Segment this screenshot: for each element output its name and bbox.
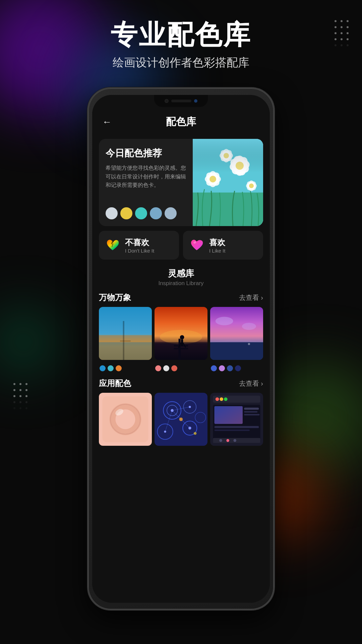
dislike-icon: [104, 237, 121, 254]
daily-card-title: 今日配色推荐: [106, 147, 186, 160]
svg-point-59: [188, 427, 191, 429]
category-1-header: 万物万象 去查看 ›: [99, 292, 263, 303]
app-content: ← 配色库 今日配色推荐 希望能方便您寻找色彩的灵感。您可以在日常设计创作时，用…: [92, 95, 270, 603]
svg-point-67: [216, 397, 219, 401]
dot: [211, 365, 217, 371]
back-button[interactable]: ←: [102, 117, 112, 127]
app-title: 配色库: [166, 115, 196, 129]
category-2-link[interactable]: 去查看 ›: [239, 379, 263, 388]
swatch-1: [106, 207, 118, 219]
dot: [155, 365, 161, 371]
sub-title: 绘画设计创作者色彩搭配库: [0, 55, 362, 70]
dot: [219, 365, 225, 371]
swatch-4: [150, 207, 162, 219]
app-image-3[interactable]: [210, 393, 263, 446]
dot: [235, 365, 241, 371]
svg-rect-33: [179, 339, 181, 360]
svg-point-69: [224, 397, 228, 401]
svg-point-61: [164, 431, 166, 433]
svg-rect-77: [215, 430, 250, 431]
svg-point-63: [179, 418, 183, 421]
svg-rect-23: [193, 139, 263, 172]
daily-card-image: [193, 139, 263, 226]
svg-point-60: [189, 406, 191, 408]
dislike-text: 不喜欢 I Don't Like It: [125, 237, 154, 254]
notch-light: [194, 99, 197, 103]
landscape-2[interactable]: [155, 307, 207, 360]
svg-point-64: [194, 432, 196, 435]
landscape-1[interactable]: [99, 307, 152, 360]
svg-rect-27: [99, 342, 152, 360]
svg-point-80: [226, 439, 229, 442]
inspiration-title-en: Inspiration Library: [99, 280, 263, 287]
category-2-name: 应用配色: [99, 378, 131, 389]
main-title: 专业配色库: [0, 20, 362, 50]
daily-card-desc: 希望能方便您寻找色彩的灵感。您可以在日常设计创作时，用来编辑和记录所需要的色卡。: [106, 164, 186, 203]
svg-point-39: [216, 317, 233, 325]
like-button[interactable]: 喜欢 I Like It: [183, 231, 263, 260]
dot: [171, 365, 177, 371]
flower-svg: [193, 139, 263, 226]
phone-btn-vol-up: [87, 185, 88, 219]
dot-pattern-left: [13, 383, 27, 409]
svg-rect-73: [244, 408, 259, 410]
category-2-header: 应用配色 去查看 ›: [99, 378, 263, 389]
dot: [116, 365, 122, 371]
inspiration-title-cn: 灵感库: [99, 268, 263, 279]
like-icon: [188, 237, 205, 254]
category-1: 万物万象 去查看 ›: [99, 292, 263, 371]
svg-rect-76: [215, 426, 259, 428]
notch-speaker: [171, 100, 191, 102]
phone-btn-power: [274, 192, 275, 236]
phone-btn-vol-down: [87, 229, 88, 263]
svg-point-12: [209, 176, 216, 182]
like-text: 喜欢 I Like It: [209, 237, 225, 254]
color-swatches: [106, 207, 186, 219]
svg-point-58: [171, 409, 173, 412]
phone-outer: ← 配色库 今日配色推荐 希望能方便您寻找色彩的灵感。您可以在日常设计创作时，用…: [87, 87, 275, 610]
landscape-3[interactable]: [210, 307, 263, 360]
svg-point-22: [249, 183, 254, 188]
category-2: 应用配色 去查看 ›: [99, 378, 263, 446]
bg-decoration-5: [0, 309, 57, 376]
dot: [163, 365, 169, 371]
svg-rect-35: [174, 348, 188, 349]
category-1-name: 万物万象: [99, 292, 131, 303]
svg-point-36: [180, 335, 184, 339]
phone-notch: [154, 95, 208, 107]
category-1-link[interactable]: 去查看 ›: [239, 293, 263, 302]
image-grid-1: [99, 307, 263, 360]
phone-mockup: ← 配色库 今日配色推荐 希望能方便您寻找色彩的灵感。您可以在日常设计创作时，用…: [87, 87, 275, 610]
svg-point-40: [242, 323, 256, 330]
header-section: 专业配色库 绘画设计创作者色彩搭配库: [0, 20, 362, 70]
svg-point-68: [220, 397, 223, 401]
color-dots-1: [99, 365, 152, 371]
color-dots-2: [155, 365, 207, 371]
svg-point-81: [234, 439, 236, 442]
svg-rect-29: [120, 340, 131, 341]
dot: [108, 365, 114, 371]
svg-rect-28: [123, 321, 124, 360]
daily-color-card: 今日配色推荐 希望能方便您寻找色彩的灵感。您可以在日常设计创作时，用来编辑和记录…: [99, 139, 263, 226]
inspiration-section-header: 灵感库 Inspiration Library: [92, 264, 270, 288]
action-buttons: 不喜欢 I Don't Like It: [99, 231, 263, 260]
svg-rect-75: [244, 414, 259, 415]
svg-point-42: [248, 343, 250, 345]
dot: [227, 365, 233, 371]
notch-camera: [165, 99, 169, 103]
dislike-button[interactable]: 不喜欢 I Don't Like It: [99, 231, 179, 260]
app-image-2[interactable]: [155, 393, 207, 446]
image-grid-2: [99, 393, 263, 446]
swatch-2: [120, 207, 132, 219]
svg-point-79: [219, 439, 222, 442]
svg-rect-74: [244, 411, 257, 413]
app-image-1[interactable]: [99, 393, 152, 446]
phone-btn-silent: [87, 155, 88, 175]
dot: [100, 365, 106, 371]
swatch-5: [165, 207, 177, 219]
daily-card-left: 今日配色推荐 希望能方便您寻找色彩的灵感。您可以在日常设计创作时，用来编辑和记录…: [99, 139, 193, 226]
phone-screen: ← 配色库 今日配色推荐 希望能方便您寻找色彩的灵感。您可以在日常设计创作时，用…: [92, 95, 270, 603]
svg-rect-72: [215, 406, 243, 424]
swatch-3: [135, 207, 147, 219]
svg-rect-37: [181, 339, 183, 346]
